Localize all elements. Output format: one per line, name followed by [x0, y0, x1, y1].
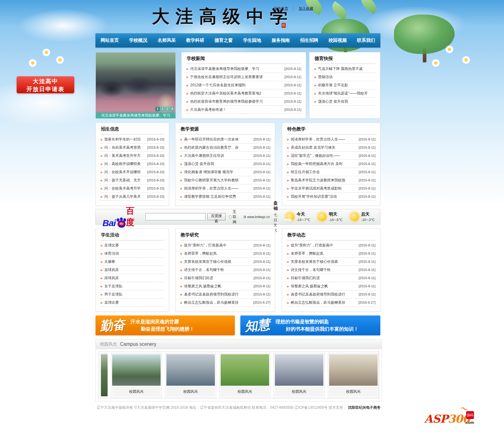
news-item[interactable]: »借整肃之风 扬勤奋之帆[2015-8-11] [287, 282, 375, 290]
news-item-link[interactable]: 禁烟活动 [318, 74, 332, 80]
news-item-link[interactable]: 强化精备课 增加课容量 规范学 [184, 170, 233, 175]
slider-page-4[interactable]: 4 [170, 107, 174, 111]
news-item[interactable]: »树品立志弘毅致远，跃马扬鞭直挂[2015-6-27] [180, 299, 270, 307]
news-item[interactable]: »问：孩子无基础、无天[2015-8-10] [100, 176, 164, 184]
news-item-link[interactable]: 问：美术高考在升学方 [104, 153, 141, 158]
news-item-link[interactable]: 荡涤心灵 提升自我 [184, 161, 214, 167]
news-item-link[interactable]: 篮球比赛 [104, 300, 119, 305]
news-item-link[interactable]: 太极拳 [104, 259, 115, 264]
news-item[interactable]: »篮球比赛 [100, 299, 164, 307]
nav-item-学校概况[interactable]: 学校概况 [126, 36, 150, 45]
radio-internet-label[interactable]: 互联网 [233, 209, 240, 225]
news-item-link[interactable]: 借整肃之风 扬勤奋之帆 [184, 284, 221, 289]
news-item[interactable]: »鲁迅美术学院王力波教授来我校指[2015-8-11] [287, 176, 375, 184]
news-item[interactable]: »支撑名校发展在于核心价值观[2015-8-11] [287, 258, 375, 266]
news-item[interactable]: »问：你校美术开设哪些[2015-8-10] [100, 168, 164, 176]
news-item[interactable]: »学业水平测试或对高考造成影响[2015-8-11] [287, 184, 375, 193]
radio-site[interactable] [243, 215, 246, 219]
news-item[interactable]: »提升“亲和力”，打造新高中[2015-8-11] [180, 241, 270, 249]
gallery-thumb[interactable]: 校园风光 [111, 353, 162, 398]
news-item-link[interactable]: 名师荟萃，腾蛟起凤 [184, 251, 217, 256]
news-item-link[interactable]: 排球风采 [104, 276, 119, 281]
news-item[interactable]: »问：高校都开设哪些美[2015-8-10] [100, 160, 164, 168]
gallery-thumb[interactable]: 校园风光 [328, 353, 379, 398]
news-item-link[interactable]: 我校开展“学科知识竞赛”活动 [291, 194, 337, 199]
nav-item-招生招聘[interactable]: 招生招聘 [297, 36, 321, 45]
nav-item-学生园地[interactable]: 学生园地 [240, 36, 264, 45]
news-item-link[interactable]: 足球比赛 [104, 243, 119, 248]
baidu-search-button[interactable]: 百度搜索 [207, 213, 225, 220]
news-item[interactable]: »强化精备课 增加课容量 规范学[2015-8-11] [180, 168, 270, 176]
nav-item-校园视频[interactable]: 校园视频 [325, 36, 350, 45]
news-item-link[interactable]: 大洼高中高考创奇迹！ [190, 107, 226, 112]
nav-item-教学科研[interactable]: 教学科研 [183, 36, 207, 45]
news-item-link[interactable]: 诗文传千古，名句耀千秋 [291, 267, 331, 272]
news-item-link[interactable]: 诗文传千古，名句耀千秋 [184, 267, 224, 272]
news-item[interactable]: »支撑名校发展在于核心价值观[2015-8-11] [180, 258, 270, 266]
news-item-link[interactable]: 支撑名校发展在于核心价值观 [291, 259, 338, 264]
nav-item-名师风采[interactable]: 名师风采 [155, 36, 179, 45]
news-item-link[interactable]: 我校高一年部把握高考方向 及时 [291, 161, 342, 167]
news-item[interactable]: »男子足球队 [100, 290, 164, 299]
news-item[interactable]: »名师荟萃，腾蛟起凤[2015-8-11] [287, 249, 375, 258]
news-item[interactable]: »问：当前美术高考形势[2015-8-10] [100, 144, 164, 152]
news-item-link[interactable]: 县委书记及县政府领导到我校进行 [291, 292, 345, 297]
news-item-link[interactable]: 篮球风采 [104, 267, 119, 272]
news-item[interactable]: »目标引领我们前进[2015-8-11] [287, 274, 375, 282]
news-item-link[interactable]: 关注地球“能见蔚蓝”——我校开 [318, 91, 368, 96]
news-item-link[interactable]: 问：你校美术开设哪些 [104, 170, 141, 175]
news-item-link[interactable]: 鲁迅美术学院王力波教授来我校指 [291, 178, 345, 183]
news-item[interactable]: »2012级一千七百余名新生前来报到[2015-8-11] [186, 81, 301, 89]
news-item[interactable]: »问：孩子从高几学美术[2015-8-10] [100, 193, 164, 201]
news-item[interactable]: »问：美术高考在升学方[2015-8-10] [100, 152, 164, 160]
news-item-link[interactable]: 热烈欢迎内蒙古自治区教育厅、自 [184, 145, 239, 150]
news-item[interactable]: »于德永校长在暑期班主任培训班上发表重要讲[2015-8-11] [186, 73, 301, 81]
news-item-link[interactable]: 我校中心教研室开展九大学科教研 [184, 178, 239, 183]
news-item[interactable]: »县委书记及县政府领导到我校进行[2015-8-11] [180, 290, 270, 299]
gallery-thumb[interactable]: 校园风光 [274, 353, 325, 398]
news-item[interactable]: »树品立志弘毅致远，跃马扬鞭直挂[2015-6-27] [287, 299, 375, 307]
news-item[interactable]: »课堂教学赛技能 立足岗位争优秀[2015-8-11] [180, 193, 270, 201]
radio-internet[interactable] [229, 215, 232, 219]
news-item-link[interactable]: 目标引领我们前进 [184, 276, 213, 281]
photo-slider[interactable]: 1234 河北省滦平县教体局领导来我校观摩、学习 [95, 52, 176, 119]
news-item[interactable]: »问：你校美术高考升学[2015-8-10] [100, 184, 164, 193]
news-item-link[interactable]: 问：当前美术高考形势 [104, 145, 141, 150]
news-item[interactable]: »诗文传千古，名句耀千秋[2015-8-11] [180, 266, 270, 274]
news-item-link[interactable]: 树品立志弘毅致远，跃马扬鞭直挂 [184, 300, 239, 305]
news-item-link[interactable]: 热烈祝贺大洼高中东校区美术高考教育基地2 [190, 91, 261, 96]
news-item-link[interactable]: 河北省滦平县教体局领导来我校观摩、学习 [190, 66, 259, 71]
nav-item-德育之窗[interactable]: 德育之窗 [212, 36, 236, 45]
news-item[interactable]: »大洼高中高考创奇迹！[2015-8-11] [186, 106, 301, 114]
news-item[interactable]: »荡涤心灵 提升自我[2015-8-11] [180, 160, 270, 168]
news-item[interactable]: »适应“新常态”，修炼好品性——[2015-8-11] [287, 152, 375, 160]
footer-support-link[interactable]: 沈阳世纪兴电子商务 [348, 405, 381, 410]
radio-site-label[interactable]: www.lndwgz.cn [247, 215, 270, 219]
news-item[interactable]: »养成良好品质 攻克学习难关[2015-8-11] [287, 144, 375, 152]
news-item[interactable]: »禁烟活动 [314, 73, 375, 81]
news-item-link[interactable]: 气温大幅下降 晨跑热度不减 [318, 66, 362, 71]
news-item-link[interactable]: 提升“亲和力”，打造新高中 [184, 243, 226, 248]
news-item-link[interactable]: 养成良好品质 攻克学习难关 [291, 145, 335, 150]
news-item-link[interactable]: 阅读厚积学养，欣赏点悟人生—— [291, 137, 345, 142]
news-item[interactable]: »积极开展 立竿见影 [314, 81, 375, 89]
gallery-thumb[interactable]: 校园风光 [165, 353, 216, 398]
news-item-link[interactable]: 问：高校都开设哪些美 [104, 161, 141, 167]
news-item-link[interactable]: 女子足球队 [104, 284, 122, 289]
news-item[interactable]: »我校高一年部把握高考方向 及时[2015-8-11] [287, 160, 375, 168]
news-item-link[interactable]: 荡涤心灵 提升自我 [318, 99, 348, 104]
news-item-link[interactable]: 名师荟萃，腾蛟起凤 [291, 251, 323, 256]
news-item-link[interactable]: 2012级一千七百余名新生前来报到 [190, 83, 245, 88]
news-item[interactable]: »体育活动 [100, 249, 164, 258]
news-item-link[interactable]: 学业水平测试或对高考造成影响 [291, 186, 342, 191]
diligence-banner[interactable]: 勤奋 汗水是滋润灵魂的甘露 勤奋是理想飞翔的翅膀！ [95, 315, 235, 335]
news-item-link[interactable]: 致家长和学生的一封信 [104, 137, 141, 142]
news-item[interactable]: »名师荟萃，腾蛟起凤[2015-8-11] [180, 249, 270, 258]
news-item-link[interactable]: 问：孩子无基础、无天 [104, 178, 141, 183]
news-item[interactable]: »县委书记及县政府领导到我校进行[2015-8-11] [287, 290, 375, 299]
news-item[interactable]: »阅读厚积学养，欣赏点悟人生——[2015-8-11] [180, 184, 270, 193]
news-item-link[interactable]: 高一年部召开聘任后的第一次全体 [184, 137, 239, 142]
news-item-link[interactable]: 热烈欢迎四省市教育局的领导来我校参观学习 [190, 99, 263, 104]
news-item-link[interactable]: 积极开展 立竿见影 [318, 83, 348, 88]
news-item[interactable]: »热烈祝贺大洼高中东校区美术高考教育基地2[2015-8-11] [186, 89, 301, 97]
